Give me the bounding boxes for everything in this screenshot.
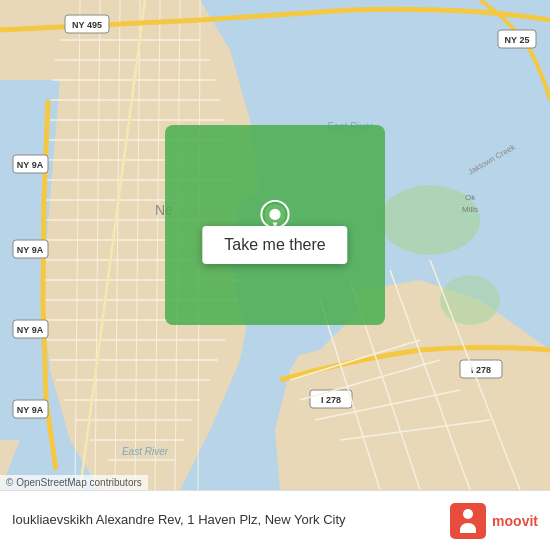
map-container: NY 495 NY 9A NY 9A NY 9A NY 9A I 278 I 2… [0, 0, 550, 490]
svg-text:NY 9A: NY 9A [17, 160, 44, 170]
copyright-text: © OpenStreetMap contributors [0, 475, 148, 490]
svg-text:I 278: I 278 [321, 395, 341, 405]
svg-text:NY 25: NY 25 [505, 35, 530, 45]
take-me-there-button[interactable]: Take me there [202, 226, 347, 264]
svg-text:East River: East River [122, 446, 169, 457]
svg-point-72 [269, 209, 280, 220]
svg-text:Ok: Ok [465, 193, 476, 202]
svg-point-74 [463, 509, 473, 519]
svg-text:NY 9A: NY 9A [17, 245, 44, 255]
location-card: Take me there [165, 125, 385, 325]
svg-point-57 [440, 275, 500, 325]
svg-text:Mills: Mills [462, 205, 478, 214]
svg-text:NY 9A: NY 9A [17, 325, 44, 335]
location-text: Ioukliaevskikh Alexandre Rev, 1 Haven Pl… [12, 512, 440, 529]
moovit-icon [450, 503, 486, 539]
moovit-text: moovit [492, 513, 538, 529]
bottom-bar: Ioukliaevskikh Alexandre Rev, 1 Haven Pl… [0, 490, 550, 550]
moovit-logo: moovit [450, 503, 538, 539]
svg-rect-73 [450, 503, 486, 539]
svg-text:NY 495: NY 495 [72, 20, 102, 30]
svg-text:NY 9A: NY 9A [17, 405, 44, 415]
